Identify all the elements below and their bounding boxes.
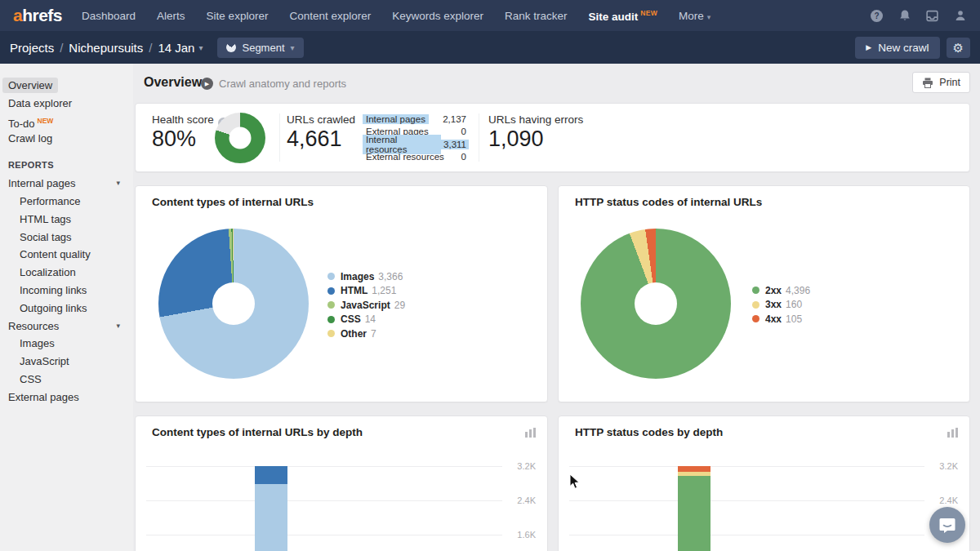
- bar-segment-4xx: [678, 466, 710, 472]
- content-types-donut-chart[interactable]: [158, 229, 309, 379]
- print-button[interactable]: Print: [912, 72, 970, 93]
- legend-item-javascript[interactable]: JavaScript29: [327, 300, 405, 310]
- gridline: [146, 466, 502, 467]
- legend-item-css[interactable]: CSS14: [327, 314, 405, 325]
- nav-keywords-explorer[interactable]: Keywords explorer: [392, 10, 483, 22]
- breadcrumb-projects[interactable]: Projects: [10, 41, 54, 55]
- chart-title: HTTP status codes by depth: [575, 426, 723, 438]
- printer-icon: [922, 78, 933, 88]
- sidebar-item-crawl-log[interactable]: Crawl log: [0, 130, 133, 148]
- sidebar-item-performance[interactable]: Performance: [0, 193, 133, 211]
- stacked-bar-depth[interactable]: [255, 466, 287, 551]
- legend-item-other[interactable]: Other7: [327, 328, 405, 339]
- urls-crawled-value: 4,661: [287, 127, 342, 152]
- crawl-breakdown-table: Internal pages2,137 External pages0 Inte…: [363, 113, 469, 163]
- sidebar-item-internal-pages[interactable]: Internal pages▾: [0, 175, 133, 193]
- page-subtitle[interactable]: Crawl anatomy and reports: [219, 78, 346, 90]
- legend-item-images[interactable]: Images3,366: [327, 271, 405, 282]
- legend-dot: [327, 287, 335, 295]
- breadcrumb-crawl-date[interactable]: 14 Jan: [158, 41, 194, 55]
- nav-rank-tracker[interactable]: Rank tracker: [505, 10, 568, 22]
- stacked-bar-depth[interactable]: [678, 466, 710, 551]
- nav-alerts[interactable]: Alerts: [157, 10, 185, 22]
- sidebar-item-todo[interactable]: To-doNEW: [0, 113, 133, 131]
- legend-item-2xx[interactable]: 2xx4,396: [752, 285, 810, 295]
- legend-dot: [752, 301, 760, 309]
- breakdown-row-internal-pages[interactable]: Internal pages2,137: [363, 113, 469, 126]
- tutorial-play-icon[interactable]: ▶: [201, 78, 213, 90]
- new-badge: NEW: [640, 9, 657, 17]
- sidebar-item-social-tags[interactable]: Social tags: [0, 229, 133, 247]
- breadcrumb-project-name[interactable]: Nichepursuits: [69, 41, 143, 55]
- sidebar-item-images[interactable]: Images: [0, 335, 133, 353]
- nav-more[interactable]: More▾: [679, 10, 710, 22]
- legend-dot: [752, 287, 760, 294]
- bar-segment-HTML: [255, 466, 287, 484]
- toolbar-actions: ▶ New crawl ⚙: [855, 37, 970, 59]
- crawl-summary-card: Health score? 80% URLs crawled 4,661 Int…: [135, 103, 970, 172]
- new-crawl-button[interactable]: ▶ New crawl: [855, 37, 939, 59]
- sidebar-item-localization[interactable]: Localization: [0, 264, 133, 282]
- nav-site-explorer[interactable]: Site explorer: [207, 10, 269, 22]
- gridline: [146, 535, 502, 535]
- breakdown-row-internal-resources[interactable]: Internal resources3,311: [363, 138, 469, 151]
- urls-crawled-label: URLs crawled: [287, 113, 355, 126]
- legend-item-html[interactable]: HTML1,251: [327, 286, 405, 296]
- gridline: [569, 466, 924, 467]
- gridline: [569, 535, 924, 535]
- breakdown-row-external-resources[interactable]: External resources0: [363, 151, 469, 164]
- legend-dot: [327, 301, 335, 309]
- gridline: [569, 500, 924, 501]
- breadcrumb-separator: /: [60, 41, 63, 55]
- y-tick-label: 2.4K: [517, 496, 536, 505]
- legend-item-3xx[interactable]: 3xx160: [752, 300, 810, 310]
- bar-chart-icon[interactable]: [525, 426, 536, 441]
- settings-gear-icon[interactable]: ⚙: [947, 38, 970, 58]
- collapse-caret-icon[interactable]: ▾: [116, 318, 120, 335]
- bar-segment-2xx: [678, 476, 710, 551]
- inbox-icon[interactable]: [925, 9, 939, 23]
- collapse-caret-icon[interactable]: ▾: [116, 175, 120, 193]
- help-icon[interactable]: ?: [870, 9, 884, 23]
- legend-dot: [327, 330, 335, 337]
- sidebar-item-resources[interactable]: Resources▾: [0, 318, 133, 335]
- nav-content-explorer[interactable]: Content explorer: [289, 10, 371, 22]
- http-status-donut-chart[interactable]: [581, 229, 731, 379]
- primary-nav: Dashboard Alerts Site explorer Content e…: [82, 9, 870, 23]
- user-profile-icon[interactable]: [953, 9, 967, 23]
- sidebar: Overview Data explorer To-doNEW Crawl lo…: [0, 64, 133, 551]
- crawl-date-dropdown-icon[interactable]: ▾: [198, 43, 203, 52]
- sidebar-item-css[interactable]: CSS: [0, 371, 133, 389]
- urls-errors-label: URLs having errors: [488, 113, 583, 126]
- segment-pie-icon: [225, 41, 238, 55]
- sidebar-item-external-pages[interactable]: External pages: [0, 389, 133, 407]
- chat-smile-icon: [938, 515, 957, 535]
- nav-dashboard[interactable]: Dashboard: [82, 10, 136, 22]
- project-toolbar: Projects / Nichepursuits / 14 Jan ▾ Segm…: [0, 31, 980, 64]
- http-status-card: HTTP status codes of internal URLs 2xx4,…: [558, 185, 970, 402]
- sidebar-item-data-explorer[interactable]: Data explorer: [0, 95, 133, 113]
- play-icon: ▶: [866, 43, 871, 51]
- chart-title: HTTP status codes of internal URLs: [575, 196, 762, 208]
- chat-widget-button[interactable]: [929, 507, 965, 543]
- sidebar-item-outgoing-links[interactable]: Outgoing links: [0, 300, 133, 318]
- legend-item-4xx[interactable]: 4xx105: [752, 313, 810, 324]
- ahrefs-logo[interactable]: ahrefs: [13, 6, 62, 25]
- y-tick-label: 2.4K: [939, 496, 958, 505]
- nav-site-audit[interactable]: Site auditNEW: [589, 9, 658, 23]
- chart-title: Content types of internal URLs: [152, 196, 314, 208]
- sidebar-item-javascript[interactable]: JavaScript: [0, 353, 133, 371]
- top-navigation: ahrefs Dashboard Alerts Site explorer Co…: [0, 0, 980, 31]
- sidebar-item-overview[interactable]: Overview: [0, 77, 133, 95]
- topnav-icons: ?: [870, 9, 967, 23]
- sidebar-item-incoming-links[interactable]: Incoming links: [0, 282, 133, 300]
- sidebar-item-content-quality[interactable]: Content quality: [0, 246, 133, 264]
- divider: [279, 113, 280, 162]
- bar-chart-icon[interactable]: [947, 426, 958, 441]
- notifications-bell-icon[interactable]: [898, 9, 911, 23]
- ahrefs-site-audit-app: ahrefs Dashboard Alerts Site explorer Co…: [0, 0, 980, 551]
- segment-button[interactable]: Segment ▾: [217, 38, 303, 58]
- legend-dot: [327, 316, 335, 323]
- sidebar-item-html-tags[interactable]: HTML tags: [0, 211, 133, 229]
- divider: [479, 113, 479, 162]
